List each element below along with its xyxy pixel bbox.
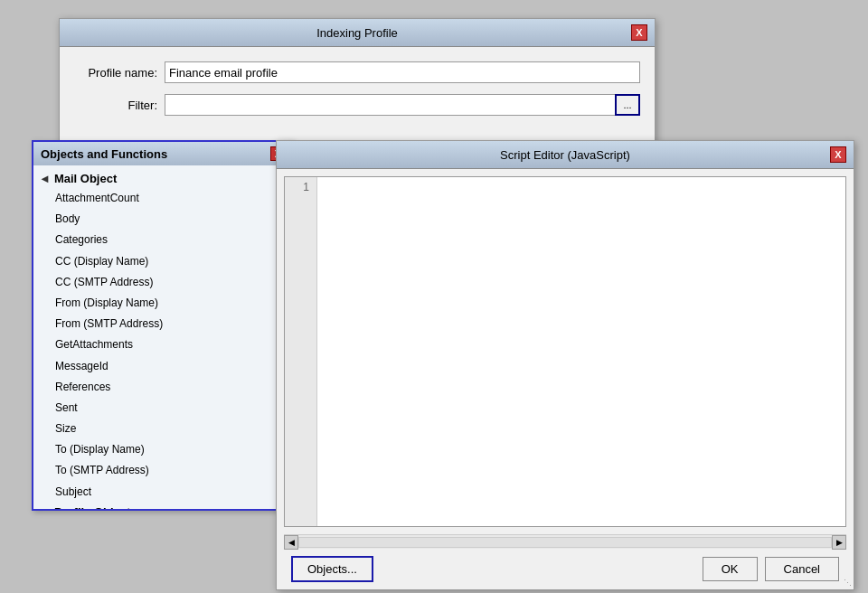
list-item[interactable]: From (SMTP Address) [33, 314, 277, 334]
list-item[interactable]: Categories [33, 230, 277, 250]
profile-name-label: Profile name: [74, 66, 165, 80]
script-editor-body: 1 ◀ ▶ [277, 169, 854, 549]
profile-name-row: Profile name: [74, 61, 640, 83]
objects-panel-content: ◄ Mail Object AttachmentCount Body Categ… [33, 165, 292, 509]
script-code-area: 1 [284, 176, 846, 527]
ok-button[interactable]: OK [703, 557, 758, 581]
script-horizontal-scrollbar: ◀ ▶ [284, 534, 846, 549]
objects-list: ◄ Mail Object AttachmentCount Body Categ… [33, 165, 278, 509]
script-editor-title: Script Editor (JavaScript) [300, 148, 830, 162]
scroll-left-button[interactable]: ◀ [284, 535, 298, 550]
resize-handle[interactable]: ⋱ [841, 577, 852, 588]
script-footer-left: Objects... [291, 556, 373, 582]
indexing-profile-title: Indexing Profile [83, 26, 631, 40]
mail-object-label: Mail Object [54, 172, 117, 185]
script-editor-close-button[interactable]: X [830, 146, 846, 163]
list-item[interactable]: To (Display Name) [33, 439, 277, 460]
filter-browse-button[interactable]: ... [615, 94, 640, 116]
code-editor[interactable] [317, 177, 845, 526]
filter-input[interactable] [165, 94, 615, 116]
list-item[interactable]: MessageId [33, 356, 277, 377]
list-item[interactable]: CC (Display Name) [33, 251, 277, 272]
list-item[interactable]: To (SMTP Address) [33, 460, 277, 481]
filter-label: Filter: [74, 99, 165, 112]
objects-and-functions-panel: Objects and Functions X ◄ Mail Object At… [32, 140, 294, 511]
mail-object-section-header: ◄ Mail Object [33, 169, 277, 188]
list-item[interactable]: Subject [33, 482, 277, 503]
objects-button[interactable]: Objects... [291, 556, 373, 582]
indexing-profile-close-button[interactable]: X [631, 24, 647, 41]
scroll-right-button[interactable]: ▶ [832, 535, 846, 550]
list-item[interactable]: AttachmentCount [33, 188, 277, 209]
profile-object-label: Profile Object [54, 505, 131, 509]
filter-input-wrap: ... [165, 94, 640, 116]
script-editor-footer: Objects... OK Cancel [277, 549, 854, 589]
indexing-profile-titlebar: Indexing Profile X [60, 19, 655, 47]
list-item[interactable]: Body [33, 209, 277, 230]
list-item[interactable]: Sent [33, 398, 277, 419]
list-item[interactable]: Size [33, 419, 277, 439]
objects-panel-title: Objects and Functions [41, 147, 167, 161]
filter-row: Filter: ... [74, 94, 640, 116]
profile-object-section-header: ◄ Profile Object [33, 503, 277, 509]
list-item[interactable]: GetAttachments [33, 334, 277, 355]
script-editor-dialog: Script Editor (JavaScript) X 1 ◀ ▶ Objec… [276, 140, 854, 590]
list-item[interactable]: CC (SMTP Address) [33, 272, 277, 293]
profile-object-triangle-icon: ◄ [39, 505, 51, 509]
script-editor-titlebar: Script Editor (JavaScript) X [277, 141, 854, 169]
indexing-profile-body: Profile name: Filter: ... [60, 47, 655, 141]
line-number: 1 [292, 181, 309, 193]
list-item[interactable]: From (Display Name) [33, 293, 277, 314]
cancel-button[interactable]: Cancel [765, 557, 839, 581]
list-item-references[interactable]: References [33, 377, 277, 398]
profile-name-input[interactable] [165, 61, 640, 83]
hscroll-track [298, 537, 832, 548]
line-numbers: 1 [285, 177, 317, 526]
objects-panel-titlebar: Objects and Functions X [33, 142, 292, 165]
script-footer-right: OK Cancel [703, 557, 839, 581]
mail-object-triangle-icon: ◄ [39, 172, 51, 185]
